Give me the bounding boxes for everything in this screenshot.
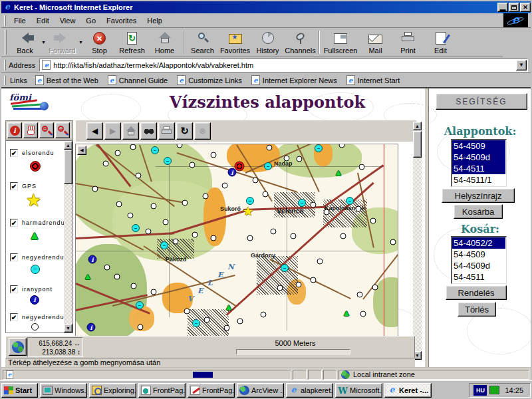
map-marker-white[interactable]	[261, 312, 267, 318]
menu-edit[interactable]: Edit	[31, 15, 55, 27]
map-marker-white[interactable]	[224, 325, 230, 331]
refresh-button[interactable]: ↻Refresh	[116, 29, 148, 56]
link-customize-links[interactable]: eCustomize Links	[177, 75, 242, 85]
map-marker-white[interactable]	[128, 213, 134, 219]
history-button[interactable]: History	[251, 29, 284, 56]
menu-file[interactable]: File	[9, 15, 31, 27]
back-dropdown[interactable]: ▼	[41, 29, 46, 56]
map-marker-white[interactable]	[146, 229, 152, 235]
tray-display-icon[interactable]	[489, 386, 499, 394]
map-marker-white[interactable]	[253, 178, 259, 184]
map-marker-cyan[interactable]	[298, 199, 306, 207]
map-marker-white[interactable]	[116, 201, 122, 207]
pan-tool-button[interactable]	[23, 122, 38, 138]
help-button[interactable]: SEGÍTSÉG	[436, 93, 527, 110]
stop-button[interactable]: ✕Stop	[83, 29, 116, 56]
map-marker-white[interactable]	[190, 162, 196, 168]
map-marker-cyan[interactable]	[136, 301, 144, 309]
map-marker-cyan[interactable]	[315, 144, 323, 152]
legend-checkbox-negyedrendu[interactable]: ✔	[10, 253, 18, 261]
title-bar[interactable]: e Keret - Microsoft Internet Explorer ▬ …	[1, 1, 531, 13]
map-marker-white[interactable]	[271, 229, 277, 235]
kosar-item[interactable]: 54-4509	[452, 249, 505, 260]
restore-button[interactable]	[509, 3, 519, 12]
search-button[interactable]: Search	[186, 29, 219, 56]
task-arcview[interactable]: ArcView ...	[237, 383, 284, 398]
map-marker-white[interactable]	[370, 218, 376, 224]
map-marker-triangle[interactable]: ▲	[225, 303, 233, 311]
map-marker-white[interactable]	[267, 145, 273, 151]
torles-button[interactable]: Törlés	[458, 302, 496, 317]
map-marker-cyan[interactable]	[192, 319, 200, 327]
map-marker-white[interactable]	[360, 311, 366, 317]
frame-divider[interactable]	[424, 88, 429, 367]
map-refresh-button[interactable]: ↻	[176, 122, 193, 140]
close-button[interactable]: ✕	[520, 3, 531, 12]
menu-favorites[interactable]: Favorites	[101, 15, 142, 27]
map-marker-white[interactable]	[317, 259, 323, 265]
map-marker-cyan[interactable]	[164, 157, 172, 165]
kosar-listbox[interactable]: 54-4052/2 54-4509 54-4509d 54-4511	[451, 236, 507, 284]
task-frontpage[interactable]: FrontPag...	[138, 383, 186, 398]
map-marker-white[interactable]	[92, 186, 98, 192]
links-gripper[interactable]	[4, 76, 6, 85]
alappontok-item[interactable]: 54-4511	[452, 163, 505, 174]
map-marker-white[interactable]	[291, 233, 297, 239]
map-marker-white[interactable]	[203, 194, 209, 200]
alappontok-item[interactable]: 54-4509	[452, 140, 505, 152]
map-marker-white[interactable]	[163, 219, 169, 225]
identify-tool-button[interactable]: i	[7, 122, 22, 138]
map-marker-white[interactable]	[131, 283, 137, 289]
start-button[interactable]: Start	[1, 383, 38, 398]
map-marker-cyan[interactable]	[132, 224, 140, 232]
map-marker-white[interactable]	[359, 164, 365, 170]
map-marker-triangle[interactable]: ▲	[334, 168, 343, 177]
map-home-button[interactable]	[122, 122, 139, 140]
task-frontpage-editor[interactable]: FrontPag...	[188, 383, 235, 398]
kosar-item[interactable]: 54-4052/2	[452, 237, 505, 249]
task-microsoft-word[interactable]: WMicrosoft...	[335, 383, 382, 398]
map-marker-white[interactable]	[151, 203, 157, 209]
map-marker-triangle[interactable]: ▲	[342, 309, 351, 317]
legend-checkbox-gps[interactable]: ✔	[10, 182, 18, 190]
address-input[interactable]: e http://ikta/fish/adathaz/termekek/Alap…	[39, 59, 528, 72]
map-marker-white[interactable]	[222, 183, 228, 189]
alappontok-item[interactable]: 54-4509d	[452, 152, 505, 163]
favorites-button[interactable]: Favorites	[219, 29, 251, 56]
address-dropdown-button[interactable]: ▼	[516, 60, 527, 70]
menu-go[interactable]: Go	[80, 15, 101, 27]
kosar-item[interactable]: 54-4511	[452, 271, 505, 283]
toolbar-gripper[interactable]	[5, 30, 7, 55]
scroll-down-arrow[interactable]: ▼	[64, 324, 72, 332]
kosarba-button[interactable]: Kosárba	[454, 204, 503, 219]
map-viewport[interactable]: VELEN NadapSukoróVelenceKápolnásnyékPáko…	[75, 144, 398, 337]
legend-checkbox-negyedrendu-2[interactable]: ✔	[10, 313, 18, 321]
map-marker-white[interactable]	[115, 150, 121, 156]
map-back-button[interactable]: ◀	[86, 122, 103, 140]
map-marker-white[interactable]	[138, 325, 144, 331]
map-marker-cyan[interactable]	[246, 197, 254, 205]
address-url[interactable]: http://ikta/fish/adathaz/termekek/Alappo…	[53, 61, 253, 69]
zoom-out-tool-button[interactable]: −	[55, 122, 70, 138]
map-marker-star[interactable]: ★	[243, 205, 253, 217]
mail-button[interactable]: Mail	[359, 29, 392, 56]
map-marker-white[interactable]	[311, 202, 317, 208]
map-marker-white[interactable]	[136, 173, 142, 179]
map-marker-white[interactable]	[297, 156, 303, 162]
fullscreen-button[interactable]: Fullscreen	[322, 29, 359, 56]
home-button[interactable]: Home	[148, 29, 181, 56]
map-print-button[interactable]	[158, 122, 175, 140]
map-pan-left-button[interactable]: ◀	[77, 146, 86, 155]
map-stop-button[interactable]: ⊗	[194, 122, 211, 140]
zoom-in-tool-button[interactable]: +	[39, 122, 54, 138]
map-scroll-up-arrow[interactable]: ▲	[413, 122, 422, 130]
map-marker-white[interactable]	[173, 239, 179, 245]
task-windows[interactable]: Windows...	[40, 383, 87, 398]
map-marker-white[interactable]	[211, 235, 217, 241]
map-marker-white[interactable]	[211, 152, 217, 158]
map-marker-white[interactable]	[151, 289, 157, 295]
map-marker-white[interactable]	[104, 265, 110, 271]
forward-dropdown[interactable]: ▼	[78, 29, 83, 56]
forward-button[interactable]: Forward	[46, 29, 78, 56]
map-marker-blue[interactable]: i	[87, 323, 96, 332]
